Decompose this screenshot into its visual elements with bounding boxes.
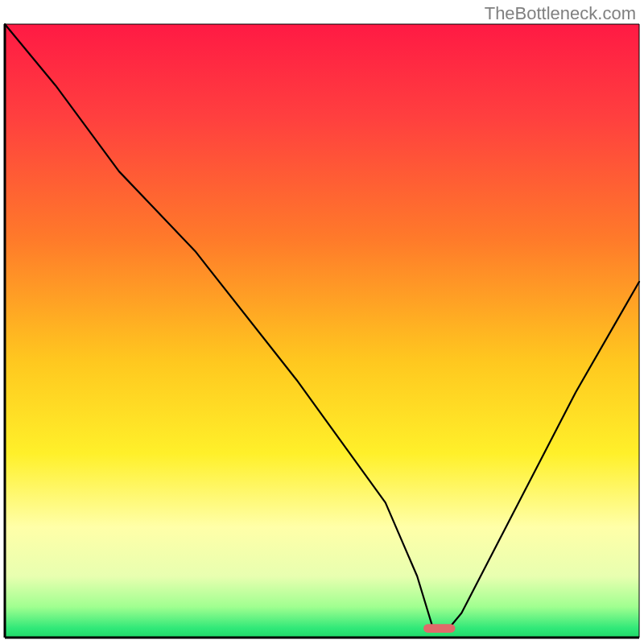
chart-svg xyxy=(0,0,644,644)
gradient-background xyxy=(5,24,639,638)
bottleneck-chart: TheBottleneck.com xyxy=(0,0,644,644)
watermark-text: TheBottleneck.com xyxy=(485,3,636,24)
optimal-marker xyxy=(423,624,455,633)
